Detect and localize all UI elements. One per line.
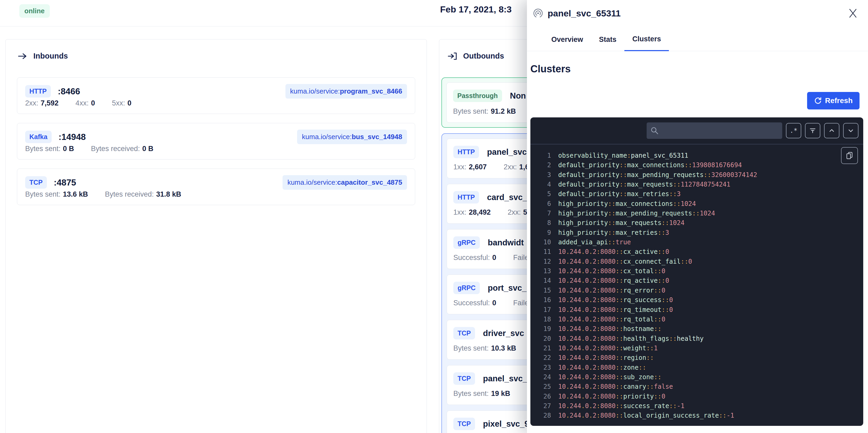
arrow-into-bracket-icon xyxy=(448,52,457,60)
protocol-badge: gRPC xyxy=(453,236,480,249)
regex-toggle-button[interactable]: .* xyxy=(786,123,801,138)
code-line: 2210.244.0.2:8080::region:: xyxy=(538,353,858,363)
stat-label: Bytes received: xyxy=(105,190,154,198)
refresh-label: Refresh xyxy=(825,96,852,105)
code-line: 1210.244.0.2:8080::cx_connect_fail::0 xyxy=(538,257,858,266)
service-tag[interactable]: kuma.io/service:program_svc_8466 xyxy=(285,84,407,98)
passthrough-name: Non xyxy=(510,91,526,101)
code-line: 2810.244.0.2:8080::local_origin_success_… xyxy=(538,411,858,420)
stat-pair: 4xx:0 xyxy=(75,99,95,107)
line-number: 10 xyxy=(538,237,551,247)
code-line: 7high_priority::max_pending_requests::10… xyxy=(538,208,858,218)
protocol-badge: TCP xyxy=(453,417,475,430)
code-lines[interactable]: 1observability_name:panel_svc_653112defa… xyxy=(530,145,863,426)
inbound-row: TCP :4875 kuma.io/service:capacitor_svc_… xyxy=(17,169,415,205)
stat-value: 28,492 xyxy=(469,208,491,216)
search-icon xyxy=(650,126,659,135)
outbounds-title: Outbounds xyxy=(463,52,504,60)
line-number: 25 xyxy=(538,382,551,392)
code-line: 10added_via_api::true xyxy=(538,237,858,247)
stat-pair: Bytes sent:10.3 kB xyxy=(453,344,516,352)
stat-label: Bytes sent: xyxy=(25,145,61,153)
line-number: 8 xyxy=(538,218,551,228)
status-badge: online xyxy=(19,4,50,18)
next-match-button[interactable] xyxy=(843,123,859,138)
stat-label: Successful: xyxy=(453,299,490,307)
stat-value: 2,607 xyxy=(469,163,487,171)
code-line: 1510.244.0.2:8080::rq_error::0 xyxy=(538,286,858,295)
stat-value: 0 B xyxy=(142,145,153,153)
inbounds-title: Inbounds xyxy=(33,52,68,60)
stat-value: 0 xyxy=(127,99,131,107)
line-number: 20 xyxy=(538,334,551,343)
service-tag[interactable]: kuma.io/service:bus_svc_14948 xyxy=(297,129,407,144)
stat-pair: Bytes sent:19 kB xyxy=(453,389,510,398)
stat-label: Bytes sent: xyxy=(25,190,61,198)
line-number: 2 xyxy=(538,160,551,170)
line-number: 19 xyxy=(538,324,551,334)
stat-label: 1xx: xyxy=(453,163,467,171)
stat-label: Faile xyxy=(513,299,529,307)
stat-value: 0 B xyxy=(63,145,74,153)
stat-label: 2xx: xyxy=(25,99,38,107)
stat-label: Successful: xyxy=(453,254,490,262)
stat-value: 0 xyxy=(91,99,95,107)
line-number: 21 xyxy=(538,343,551,353)
code-line: 3default_priority::max_pending_requests:… xyxy=(538,170,858,180)
stat-pair: 5xx:0 xyxy=(112,99,132,107)
line-number: 15 xyxy=(538,286,551,295)
code-line: 9high_priority::max_retries::3 xyxy=(538,228,858,237)
protocol-badge: TCP xyxy=(453,327,475,340)
outbound-service-name: panel_svc_ xyxy=(483,374,527,383)
stat-pair: 1xx:2,607 xyxy=(453,163,487,171)
stat-label: Faile xyxy=(513,254,529,262)
stat-label: Bytes sent: xyxy=(453,107,489,115)
line-number: 13 xyxy=(538,266,551,276)
tab-clusters[interactable]: Clusters xyxy=(624,32,669,51)
protocol-badge: gRPC xyxy=(453,282,480,294)
line-number: 14 xyxy=(538,276,551,285)
stat-value: 19 kB xyxy=(491,389,510,398)
line-number: 26 xyxy=(538,392,551,401)
line-number: 27 xyxy=(538,401,551,411)
stat-value: 7,592 xyxy=(41,99,59,107)
prev-match-button[interactable] xyxy=(824,123,839,138)
code-line: 6high_priority::max_connections::1024 xyxy=(538,199,858,208)
inbounds-list: HTTP :8466 kuma.io/service:program_svc_8… xyxy=(17,77,415,205)
code-search xyxy=(647,122,782,139)
stat-value: 13.6 kB xyxy=(63,190,88,198)
refresh-button[interactable]: Refresh xyxy=(807,92,860,110)
inbound-stats: 2xx:7,5924xx:05xx:0 xyxy=(25,99,407,107)
code-line: 2710.244.0.2:8080::success_rate::-1 xyxy=(538,401,858,411)
search-input[interactable] xyxy=(647,122,782,139)
tag-prefix: kuma.io/service: xyxy=(290,87,340,95)
stat-label: 5xx: xyxy=(112,99,125,107)
code-line: 1observability_name:panel_svc_65311 xyxy=(538,151,858,160)
tab-stats[interactable]: Stats xyxy=(591,32,624,51)
stat-pair: Bytes received:0 B xyxy=(91,145,154,153)
protocol-badge: TCP xyxy=(25,176,47,189)
stat-label: Bytes received: xyxy=(91,145,140,153)
code-line: 2110.244.0.2:8080::weight::1 xyxy=(538,343,858,353)
tag-value: capacitor_svc_4875 xyxy=(337,178,402,186)
code-line: 2default_priority::max_connections::1398… xyxy=(538,160,858,170)
stat-label: Bytes sent: xyxy=(453,389,489,398)
line-number: 23 xyxy=(538,363,551,372)
service-tag[interactable]: kuma.io/service:capacitor_svc_4875 xyxy=(282,175,407,190)
close-button[interactable] xyxy=(847,7,859,19)
stat-label: 2xx: xyxy=(504,163,517,171)
stat-pair: Faile xyxy=(513,254,529,262)
outbound-service-name: driver_svc xyxy=(483,328,524,338)
stat-value: 10.3 kB xyxy=(491,344,516,352)
outbound-service-name: pixel_svc_9 xyxy=(483,419,529,429)
stat-pair: 2xx:7,592 xyxy=(25,99,59,107)
code-line: 2310.244.0.2:8080::zone:: xyxy=(538,363,858,372)
tab-overview[interactable]: Overview xyxy=(544,32,591,51)
protocol-badge: HTTP xyxy=(453,146,479,158)
code-line: 4default_priority::max_requests::1127848… xyxy=(538,180,858,189)
filter-button[interactable] xyxy=(805,123,820,138)
line-number: 5 xyxy=(538,189,551,199)
outbound-service-name: card_svc_ xyxy=(487,193,527,202)
stat-pair: Successful:0 xyxy=(453,299,496,307)
close-icon xyxy=(847,7,859,19)
